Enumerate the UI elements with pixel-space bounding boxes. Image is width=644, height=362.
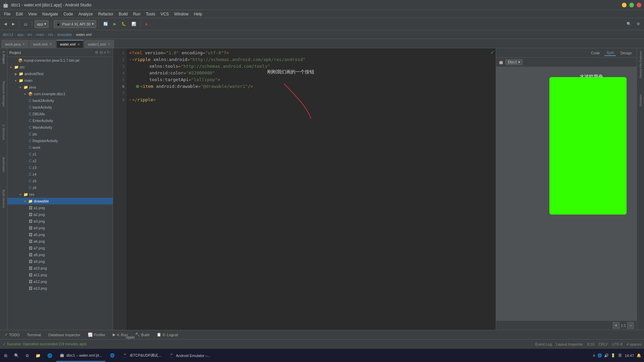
- tree-item-mysql[interactable]: 📦 mysql-connector-java-5.1.7-bin.jar: [7, 57, 113, 64]
- menu-tools[interactable]: Tools: [143, 11, 158, 17]
- task-view-button[interactable]: ⧉: [23, 350, 32, 362]
- minimize-button[interactable]: −: [622, 3, 627, 7]
- tray-sound-icon[interactable]: 🔊: [604, 353, 609, 358]
- run-button[interactable]: ▶: [111, 20, 118, 28]
- tab-work-xml[interactable]: work.xml ✕: [29, 40, 55, 48]
- menu-window[interactable]: Window: [171, 11, 191, 17]
- tree-item-z5[interactable]: C z5: [7, 178, 113, 184]
- tree-item-a2[interactable]: 🖼 a2.png: [7, 211, 113, 218]
- close-button[interactable]: ✕: [637, 3, 641, 7]
- tray-network-icon[interactable]: 🌐: [597, 353, 602, 358]
- btab-profiler[interactable]: 📈 Profiler: [85, 331, 109, 339]
- btab-todo[interactable]: ✓ TODO: [1, 331, 23, 339]
- clock-area[interactable]: 14:47: [625, 354, 634, 358]
- tree-item-a5[interactable]: 🖼 a5.png: [7, 231, 113, 238]
- taskbar-app-studio[interactable]: 🤖 dlzc1 – water.xml [d...: [56, 350, 105, 362]
- taskbar-app-browser[interactable]: 🌐: [107, 350, 118, 362]
- tree-item-main[interactable]: ▾ 📁 main: [7, 77, 113, 84]
- zoom-minus-button[interactable]: −: [627, 322, 634, 329]
- search-everywhere-button[interactable]: 🔍: [625, 20, 633, 28]
- tab-work-java-close[interactable]: ✕: [22, 42, 25, 46]
- debug-button[interactable]: 🐛: [119, 20, 128, 28]
- app-dropdown[interactable]: app ▾: [35, 20, 49, 28]
- menu-build[interactable]: Build: [116, 11, 130, 17]
- start-button[interactable]: ⊞: [1, 350, 10, 362]
- tree-item-a13[interactable]: 🖼 a13.png: [7, 285, 113, 292]
- project-structure-button[interactable]: 🗂: [22, 20, 30, 28]
- preview-tab-design[interactable]: Design: [619, 50, 634, 56]
- taskbar-app-emulator[interactable]: 📱 Android Emulator –...: [166, 350, 214, 362]
- sidebar-minimize-icon[interactable]: ⊢: [107, 50, 111, 55]
- maximize-button[interactable]: □: [629, 3, 634, 7]
- editor-area[interactable]: 1 2 3 4 5 6 7 8 <?xml version = "1.0" en…: [113, 48, 496, 330]
- tree-item-z1[interactable]: C z1: [7, 151, 113, 158]
- tab-work-java[interactable]: work.java ✕: [1, 40, 29, 48]
- tree-item-z3[interactable]: C z3: [7, 164, 113, 171]
- bookmarks-icon[interactable]: Bookmarks: [1, 156, 6, 174]
- tree-item-plc[interactable]: C plc: [7, 131, 113, 137]
- stop-button[interactable]: ■: [143, 20, 150, 28]
- preview-tab-code[interactable]: Code: [589, 50, 602, 56]
- menu-analyze[interactable]: Analyze: [76, 11, 96, 17]
- tree-item-registeractivity[interactable]: C RegisterActivity: [7, 137, 113, 144]
- bc-dlzc12[interactable]: dlzc12: [3, 33, 13, 37]
- tree-item-z2[interactable]: C z2: [7, 158, 113, 164]
- btab-build[interactable]: 🔨 Build: [132, 331, 153, 339]
- emulator-icon[interactable]: Emulator: [638, 93, 643, 108]
- tree-item-a7[interactable]: 🖼 a7.png: [7, 245, 113, 251]
- tree-item-a3[interactable]: 🖼 a3.png: [7, 218, 113, 225]
- tree-item-package[interactable]: ▾ 📦 com.example.dlzc1: [7, 90, 113, 97]
- bc-main[interactable]: main: [36, 33, 44, 37]
- tree-item-z4[interactable]: C z4: [7, 171, 113, 178]
- tree-item-java[interactable]: ▾ 📁 java: [7, 84, 113, 90]
- menu-edit[interactable]: Edit: [13, 11, 25, 17]
- tab-water1-xml-close[interactable]: ✕: [108, 42, 110, 46]
- device-select[interactable]: Dlzc1 ▾: [505, 59, 523, 65]
- sidebar-gear-icon[interactable]: ≡: [104, 50, 106, 55]
- tree-item-z6[interactable]: C z6: [7, 184, 113, 191]
- tree-item-dbutils[interactable]: C DBUtils: [7, 111, 113, 117]
- fold-btn-ripple[interactable]: ▾: [129, 56, 131, 63]
- tray-battery-icon[interactable]: 🔋: [611, 353, 615, 358]
- sidebar-sync-icon[interactable]: ⚙: [95, 50, 98, 55]
- menu-file[interactable]: File: [1, 11, 13, 17]
- settings-button[interactable]: ⚙: [635, 20, 642, 28]
- search-taskbar-button[interactable]: 🔍: [11, 350, 22, 362]
- file-explorer-taskbar-button[interactable]: 📁: [33, 350, 43, 362]
- tray-up-arrow[interactable]: ∧: [593, 353, 595, 358]
- bc-drawable[interactable]: drawable: [57, 33, 72, 37]
- build-variants-icon[interactable]: Build Variants: [1, 188, 6, 209]
- bc-src[interactable]: src: [28, 33, 33, 37]
- btab-terminal[interactable]: Terminal: [24, 331, 45, 339]
- code-editor[interactable]: 1 2 3 4 5 6 7 8 <?xml version = "1.0" en…: [113, 48, 496, 330]
- bc-app[interactable]: app: [17, 33, 23, 37]
- status-event-log[interactable]: Event Log: [535, 342, 552, 346]
- notification-bell[interactable]: 🔔: [637, 353, 641, 358]
- device-file-explorer-icon[interactable]: Device File Explorer: [638, 50, 643, 79]
- tray-ime[interactable]: 英: [618, 353, 622, 358]
- tree-item-a11[interactable]: 🖼 a11.png: [7, 272, 113, 278]
- tree-item-res[interactable]: ▾ 📁 res: [7, 191, 113, 198]
- menu-vcs[interactable]: VCS: [158, 11, 172, 17]
- menu-navigate[interactable]: Navigate: [40, 11, 61, 17]
- breakpoint-dot[interactable]: [136, 85, 139, 88]
- project-panel-icon[interactable]: 1: Project: [1, 50, 6, 65]
- status-layout-inspector[interactable]: Layout Inspector: [556, 342, 583, 346]
- bc-res[interactable]: res: [48, 33, 53, 37]
- tree-item-enteractivity[interactable]: C EnterActivity: [7, 117, 113, 124]
- device-dropdown[interactable]: 📱 Pixel 4 XL API 30 ▾: [54, 20, 96, 28]
- btab-database-inspector[interactable]: Database Inspector: [45, 331, 84, 339]
- zoom-plus-button[interactable]: +: [613, 322, 620, 329]
- sidebar-collapse-icon[interactable]: ⊟: [100, 50, 103, 55]
- back-button[interactable]: ◀: [2, 20, 9, 28]
- tree-item-back2activity[interactable]: C back2Activity: [7, 97, 113, 104]
- tree-item-a12[interactable]: 🖼 a12.png: [7, 278, 113, 285]
- taskbar-app-tcp[interactable]: 📱 卓TCP&UDP调试...: [119, 350, 165, 362]
- tab-water-xml[interactable]: water.xml ✕: [56, 40, 84, 48]
- tree-item-src[interactable]: ▾ 📁 src: [7, 64, 113, 70]
- menu-refactor[interactable]: Refactor: [96, 11, 116, 17]
- tree-item-a10[interactable]: 🖼 a10.png: [7, 265, 113, 272]
- tab-water-xml-close[interactable]: ✕: [77, 43, 80, 46]
- tree-item-backactivity[interactable]: C backActivity: [7, 104, 113, 111]
- resource-manager-icon[interactable]: Resource Manager: [1, 80, 6, 108]
